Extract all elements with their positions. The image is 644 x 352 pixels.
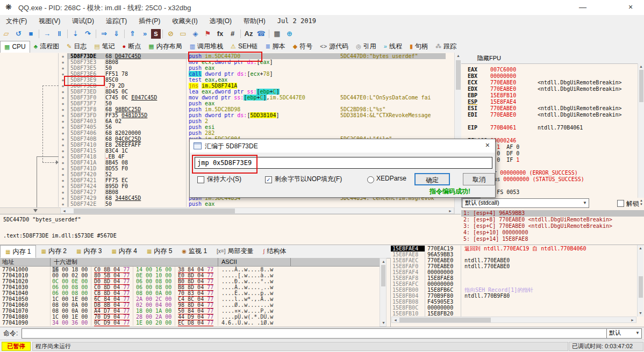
disasm-row[interactable]: ●5D8F73E6FF51 78call dword ptr ds:[ecx+7… [0, 71, 454, 77]
dump-row[interactable]: 7704109034 00 36 000C D9 04 771E 00 20 0… [0, 320, 380, 326]
scroll-right-icon[interactable]: ► [448, 209, 452, 213]
breakpoint-dot[interactable]: ● [58, 148, 67, 154]
scroll-down-icon[interactable]: ▼ [382, 321, 385, 325]
fill-nop-checkbox[interactable]: ✓ [265, 176, 272, 183]
breakpoint-dot[interactable]: ● [58, 130, 67, 136]
label-icon[interactable]: ◈ [189, 28, 202, 40]
stack-row[interactable]: 15E8FAFC00000000 [391, 281, 637, 287]
disasm-row[interactable]: ●5D8F73E550push eax [0, 65, 454, 71]
stack-row[interactable]: 15E8FAE4770EAC19返回到 ntdll.770EAC19 自 ntd… [391, 246, 637, 252]
tab-跟踪[interactable]: ⁂跟踪 [432, 41, 460, 52]
breakpoint-dot[interactable]: ● [58, 65, 67, 71]
argument-row[interactable]: 3: [esp+C] 770EABE0 <ntdll.DbgUiRemoteBr… [461, 223, 644, 229]
argument-row[interactable]: 4: [esp+10] 00000000 [461, 229, 644, 236]
breakpoint-dot[interactable]: ● [58, 171, 67, 177]
tab-内存布局[interactable]: ▦内存布局 [145, 41, 185, 52]
breakpoint-dot[interactable]: ● [58, 83, 67, 89]
dump-row[interactable]: 7704103006 00 08 00C0 8D 04 7706 00 08 0… [0, 284, 380, 290]
disasm-row[interactable]: ●5D8F73ED8D45 0Clea eax,dword ptr ss:[eb… [0, 89, 454, 95]
ok-button[interactable]: 确定 [414, 173, 450, 185]
registers-header[interactable]: 隐藏FPU [461, 53, 644, 64]
assemble-instruction-input[interactable] [195, 157, 492, 169]
command-input[interactable] [22, 328, 607, 339]
tab-源代码[interactable]: <>源代码 [316, 41, 352, 52]
breakpoint-dot[interactable]: ● [58, 59, 67, 65]
breakpoint-dot[interactable]: ● [58, 53, 67, 59]
register-row[interactable]: EDI770EABE0<ntdll.DbgUiRemoteBreakin> [461, 112, 638, 118]
stack-row[interactable]: 15E8FAE896A59BB3 [391, 252, 637, 257]
scylla-icon[interactable]: S [151, 29, 161, 39]
register-row[interactable]: EBX00000000 [461, 73, 638, 80]
scroll-left-icon[interactable]: ◄ [62, 209, 66, 213]
dump-row[interactable]: 770410200C 00 0E 00D0 8D 04 7706 00 08 0… [0, 278, 380, 284]
scroll-up-icon[interactable]: ▲ [456, 54, 460, 58]
register-row[interactable] [461, 118, 638, 125]
attach-icon[interactable]: ☎ [255, 28, 267, 40]
tab-内存 5[interactable]: ▦内存 5 [142, 245, 177, 257]
menu-item[interactable]: 调试(D) [66, 15, 100, 27]
function-icon[interactable]: fx [214, 28, 226, 40]
register-row[interactable]: EBP15E8FB10 [461, 92, 638, 99]
scroll-up-icon[interactable]: ▲ [639, 246, 642, 250]
register-row[interactable]: EIP770B4061ntdll.770B4061 [461, 125, 638, 131]
disasm-row[interactable]: ●5D8F73E985C0test eax,eax [0, 77, 454, 83]
dump-vscrollbar[interactable]: ▲ ▼ [380, 258, 387, 327]
tab-线程[interactable]: »线程 [380, 41, 406, 52]
stack-row[interactable]: 15E8FB04770B9F80ntdll.770B9F80 [391, 293, 637, 299]
tab-内存 1[interactable]: ▦内存 1 [0, 245, 36, 258]
scroll-up-icon[interactable]: ▲ [639, 64, 643, 69]
disasm-row[interactable]: ●5D8F73FDFF35 0481D35Dpush dword ptr ds:… [0, 112, 454, 118]
minimize-button[interactable]: — [571, 0, 595, 15]
dump-row[interactable]: 7704106008 00 0A 00D8 8B 04 7702 00 04 0… [0, 302, 380, 308]
breakpoint-dot[interactable]: ● [58, 166, 67, 171]
bookmark-icon[interactable]: ⚑ [202, 28, 214, 40]
argument-row[interactable]: 5: [esp+14] 15E8FAE8 [461, 236, 644, 242]
tab-内存 3[interactable]: ▦内存 3 [71, 245, 106, 257]
breakpoint-dot[interactable]: ● [58, 177, 67, 183]
dump-row[interactable]: 7704104006 00 08 00C8 8D 04 7708 00 0A 0… [0, 290, 380, 296]
tab-SEH链[interactable]: ⚠SEH链 [227, 41, 262, 52]
strings-icon[interactable]: Az [242, 28, 255, 40]
breakpoint-dot[interactable]: ● [58, 142, 67, 148]
menu-item[interactable]: 追踪(T) [100, 15, 133, 27]
breakpoint-dot[interactable]: ● [58, 100, 67, 106]
tab-引用[interactable]: ◎引用 [352, 41, 380, 52]
stack-row[interactable]: 15E8FB1015E8FB20 [391, 311, 637, 317]
register-row[interactable]: ESI770EABE0<ntdll.DbgUiRemoteBreakin> [461, 105, 638, 112]
menu-item[interactable]: 帮助(H) [238, 15, 271, 27]
disassembly-hscrollbar[interactable]: ◄ ► [60, 207, 454, 214]
register-row[interactable]: EDX770EABE0<ntdll.DbgUiRemoteBreakin> [461, 86, 638, 92]
scroll-right-icon[interactable]: ► [631, 318, 634, 322]
menu-item[interactable]: 视图(V) [33, 15, 66, 27]
cancel-button[interactable]: 取消 [463, 173, 495, 185]
disasm-row[interactable]: ●5D8F74036A 02push 2 [0, 118, 454, 124]
menu-item[interactable]: 收藏夹(I) [166, 15, 203, 27]
breakpoint-dot[interactable]: ● [58, 183, 67, 189]
breakpoint-dot[interactable]: ● [58, 112, 67, 118]
patch-icon[interactable]: ⊘ [164, 28, 177, 40]
breakpoint-dot[interactable]: ● [58, 124, 67, 130]
tab-内存 2[interactable]: ▦内存 2 [36, 245, 71, 257]
stack-row[interactable]: 15E8FB0C00000000 [391, 305, 637, 311]
tab-断点[interactable]: ●断点 [119, 41, 145, 52]
tab-内存 4[interactable]: ▦内存 4 [106, 245, 141, 257]
breakpoint-dot[interactable]: ● [58, 136, 67, 142]
hash-icon[interactable]: # [226, 28, 239, 40]
calling-convention-select[interactable]: 默认 (stdcall)▼ [462, 198, 589, 208]
dump-row[interactable]: 770410501C 00 1E 006C 84 04 772A 00 2C 0… [0, 296, 380, 302]
execute-till-return-icon[interactable]: ⇓ [110, 28, 123, 40]
register-row[interactable] [461, 131, 638, 138]
stack-row[interactable]: 15E8FAF0770EABE0ntdll.770EABE0 [391, 263, 637, 269]
breakpoint-dot[interactable]: ● [58, 89, 67, 95]
keep-size-checkbox[interactable] [197, 176, 204, 183]
breakpoint-dot[interactable]: ● [58, 201, 67, 207]
disasm-row[interactable]: ●5D8F740668 82020000push 282 [0, 130, 454, 136]
argument-row[interactable]: 2: [esp+8] 770EABE0 <ntdll.DbgUiRemoteBr… [461, 217, 644, 223]
breakpoint-dot[interactable]: ● [58, 118, 67, 124]
breakpoint-dot[interactable]: ● [58, 195, 67, 201]
tab-局部变量[interactable]: [x=]局部变量 [212, 245, 258, 257]
xedparse-radio[interactable] [367, 176, 374, 183]
menu-item[interactable]: 插件(P) [133, 15, 166, 27]
run-to-user-code-icon[interactable]: » [139, 28, 151, 40]
dump-row[interactable]: 7704107008 00 0A 00A4 D7 04 7718 00 1A 0… [0, 308, 380, 314]
